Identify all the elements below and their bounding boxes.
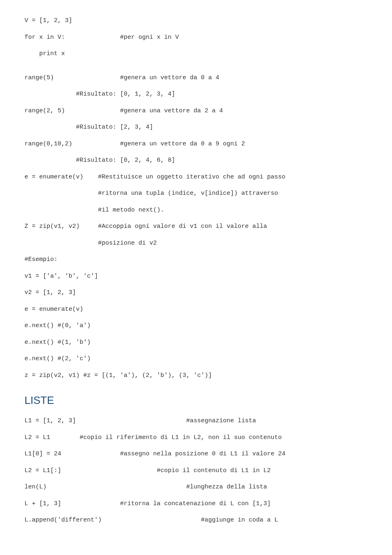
blank-line (24, 442, 368, 450)
code-line: len(L) #lunghezza della lista (24, 483, 368, 492)
blank-line (24, 298, 368, 305)
code-line: e = enumerate(v) #Restituisce un oggetto… (24, 173, 368, 182)
blank-line (24, 281, 368, 288)
code-line: L2 = L1 #copio il riferimento di L1 in L… (24, 433, 368, 443)
code-line: #Risultato: [0, 2, 4, 6, 8] (24, 156, 368, 165)
blank-line (24, 232, 368, 239)
blank-line (24, 426, 368, 433)
code-line: range(5) #genera un vettore da 0 a 4 (24, 74, 368, 83)
blank-line (24, 475, 368, 483)
blank-line (24, 116, 368, 123)
code-line: print x (24, 49, 368, 59)
code-line: #Risultato: [0, 1, 2, 3, 4] (24, 90, 368, 99)
blank-line (24, 508, 368, 516)
blank-line (24, 165, 368, 173)
code-line: #Esempio: (24, 255, 368, 265)
code-line: Z = zip(v1, v2) #Accoppia ogni valore di… (24, 222, 368, 232)
blank-line (24, 364, 368, 371)
blank-line (24, 265, 368, 272)
blank-line (24, 492, 368, 499)
code-line: L + [1, 3] #ritorna la concatenazione di… (24, 499, 368, 509)
code-line: z = zip(v2, v1) #z = [(1, 'a'), (2, 'b')… (24, 371, 368, 381)
code-line: L.append('different') #aggiunge in coda … (24, 516, 368, 525)
code-line: v2 = [1, 2, 3] (24, 288, 368, 298)
blank-line (24, 26, 368, 33)
blank-line (24, 459, 368, 466)
blank-line (24, 149, 368, 156)
section-heading-liste: LISTE (24, 392, 368, 408)
code-line: V = [1, 2, 3] (24, 16, 368, 26)
blank-line (24, 331, 368, 338)
code-line: e = enumerate(v) (24, 305, 368, 314)
code-line: e.next() #(2, 'c') (24, 354, 368, 364)
blank-line (24, 347, 368, 354)
blank-line (24, 198, 368, 206)
blank-line (24, 182, 368, 189)
blank-line (24, 314, 368, 321)
code-line: range(0,10,2) #genera un vettore da 0 a … (24, 140, 368, 149)
blank-line (24, 215, 368, 222)
code-line: #ritorna una tupla (indice, v[indice]) a… (24, 189, 368, 198)
code-line: v1 = ['a', 'b', 'c'] (24, 272, 368, 281)
code-line: #il metodo next(). (24, 206, 368, 215)
blank-line (24, 248, 368, 255)
code-line: e.next() #(1, 'b') (24, 338, 368, 348)
blank-line (24, 132, 368, 140)
code-line: e.next() #(0, 'a') (24, 321, 368, 331)
code-line: L2 = L1[:] #copio il contenuto di L1 in … (24, 466, 368, 476)
blank-line (24, 42, 368, 49)
code-line: for x in V: #per ogni x in V (24, 33, 368, 42)
code-line: L1 = [1, 2, 3] #assegnazione lista (24, 417, 368, 426)
blank-line (24, 82, 368, 90)
blank-line (24, 59, 368, 74)
code-line: range(2, 5) #genera una vettore da 2 a 4 (24, 107, 368, 116)
code-line: L1[0] = 24 #assegno nella posizione 0 di… (24, 450, 368, 459)
blank-line (24, 99, 368, 107)
code-line: #Risultato: [2, 3, 4] (24, 123, 368, 132)
code-line: #posizione di v2 (24, 239, 368, 248)
